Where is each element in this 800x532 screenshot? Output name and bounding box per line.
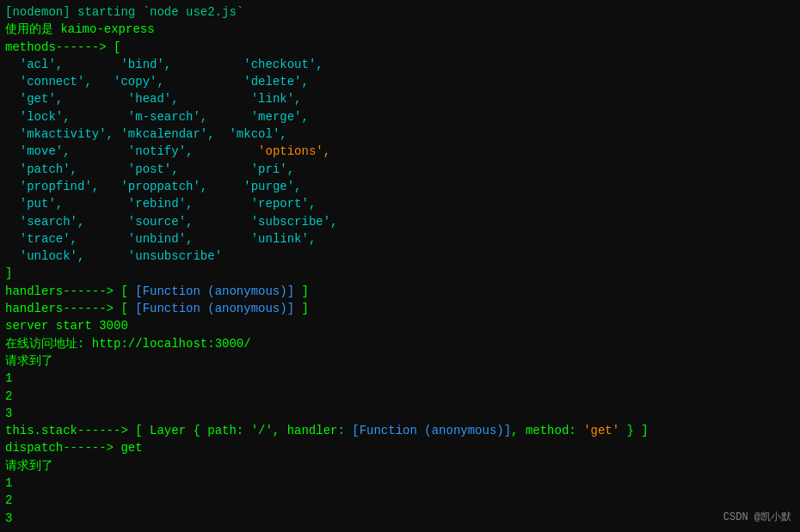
terminal-line: 1 xyxy=(5,370,795,387)
terminal-line: handlers------> [ [Function (anonymous)]… xyxy=(5,300,795,317)
terminal-line: this.stack------> [ Layer { path: '/', h… xyxy=(5,422,795,439)
terminal-line: 2 xyxy=(5,492,795,509)
terminal-line: 'unlock', 'unsubscribe' xyxy=(5,248,795,265)
terminal-line: 'propfind', 'proppatch', 'purge', xyxy=(5,178,795,195)
terminal-line: 'search', 'source', 'subscribe', xyxy=(5,213,795,230)
watermark: CSDN @凯小默 xyxy=(723,511,791,525)
terminal-line: server start 3000 xyxy=(5,317,795,334)
terminal-line: 'get', 'head', 'link', xyxy=(5,90,795,107)
terminal-line: 'acl', 'bind', 'checkout', xyxy=(5,56,795,73)
terminal-line: ] xyxy=(5,265,795,282)
terminal-line: 2 xyxy=(5,388,795,405)
terminal-line: 请求到了 xyxy=(5,457,795,474)
terminal-line: dispatch------> get xyxy=(5,439,795,456)
terminal-line: 'put', 'rebind', 'report', xyxy=(5,195,795,212)
terminal-line: handlers------> [ [Function (anonymous)]… xyxy=(5,283,795,300)
terminal-line: 3 xyxy=(5,405,795,422)
terminal-line: 'connect', 'copy', 'delete', xyxy=(5,73,795,90)
terminal-line: [nodemon] starting `node use2.js` xyxy=(5,3,795,21)
terminal-line: 'lock', 'm-search', 'merge', xyxy=(5,108,795,125)
terminal-line: 'trace', 'unbind', 'unlink', xyxy=(5,230,795,248)
terminal-line: methods------> [ xyxy=(5,39,795,56)
terminal-line: 请求到了 xyxy=(5,352,795,370)
terminal-line: 3 xyxy=(5,510,795,527)
terminal-line: 在线访问地址: http://localhost:3000/ xyxy=(5,335,795,352)
terminal-line: 'mkactivity', 'mkcalendar', 'mkcol', xyxy=(5,125,795,143)
terminal-line: 'move', 'notify', 'options', xyxy=(5,143,795,160)
terminal: [nodemon] starting `node use2.js`使用的是 ka… xyxy=(0,0,800,532)
terminal-line: 'patch', 'post', 'pri', xyxy=(5,161,795,178)
terminal-line: 1 xyxy=(5,474,795,492)
terminal-line: 使用的是 kaimo-express xyxy=(5,21,795,38)
